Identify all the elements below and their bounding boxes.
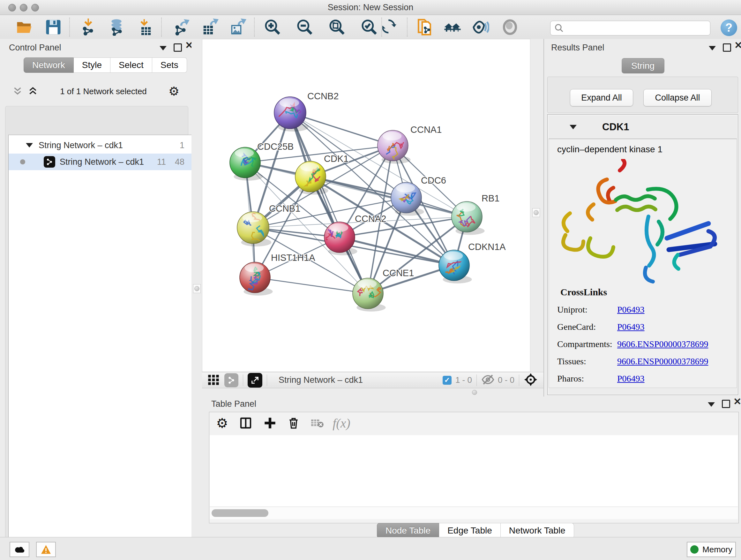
network-selected-status: 1 of 1 Network selected (43, 86, 164, 97)
control-panel-float-icon[interactable] (174, 44, 182, 52)
import-network-file-icon[interactable] (80, 18, 98, 36)
right-splitter-handle[interactable] (532, 208, 540, 217)
network-graph[interactable]: CCNB2CCNA1CDC25BCDK1CDC6RB1CCNB1CCNA2CDK… (202, 39, 531, 372)
tab-sets[interactable]: Sets (152, 57, 187, 73)
open-recent-documents-icon[interactable] (415, 18, 433, 36)
create-column-icon[interactable] (262, 415, 278, 431)
table-panel: Table Panel ✕ ⚙ f(x) shared nameCDK1name… (202, 396, 741, 537)
results-panel-float-icon[interactable] (723, 44, 731, 52)
expand-all-chevron-icon[interactable] (27, 86, 38, 96)
right-splitter[interactable] (530, 39, 543, 372)
node-HIST1H1A[interactable]: HIST1H1A (240, 253, 315, 296)
node-CCNE1[interactable]: CCNE1 (353, 268, 414, 312)
collection-expand-icon[interactable] (26, 143, 33, 147)
expand-all-button[interactable]: Expand All (570, 89, 633, 106)
node-CCNA1[interactable]: CCNA1 (378, 125, 442, 164)
export-network-icon[interactable] (173, 18, 191, 36)
left-splitter[interactable] (192, 39, 202, 537)
hidden-elements-icon[interactable] (481, 374, 495, 387)
node-label-CDC25B: CDC25B (257, 141, 293, 152)
toolbar-separator (519, 374, 519, 386)
tab-style[interactable]: Style (74, 57, 111, 73)
tab-edge-table[interactable]: Edge Table (439, 523, 501, 538)
gene-collapse-icon[interactable] (569, 125, 577, 129)
control-panel-collapse-icon[interactable] (159, 46, 166, 51)
toolbar-separator (381, 17, 382, 37)
network-thumbnail-icon[interactable] (224, 373, 239, 387)
zoom-in-icon[interactable] (264, 18, 281, 36)
crosslink-label: Pharos: (557, 374, 617, 384)
show-columns-icon[interactable] (238, 415, 254, 431)
network-canvas[interactable]: CCNB2CCNA1CDC25BCDK1CDC6RB1CCNB1CCNA2CDK… (202, 39, 530, 372)
save-session-icon[interactable] (44, 18, 62, 36)
crosslink-value-link[interactable]: 9606.ENSP00000378699 (617, 339, 708, 349)
node-label-CDKN1A: CDKN1A (468, 242, 506, 252)
refresh-icon[interactable] (382, 18, 400, 36)
toolbar-separator (243, 374, 243, 386)
crosslink-row: Compartments:9606.ENSP00000378699 (557, 339, 737, 349)
collapse-all-chevron-icon[interactable] (12, 86, 23, 96)
string-home-icon[interactable] (444, 18, 461, 36)
zoom-selected-icon[interactable] (360, 18, 378, 36)
results-panel-close-icon[interactable]: ✕ (734, 42, 741, 49)
selected-nodes-checkbox-icon[interactable]: ✓ (443, 376, 452, 385)
network-view-toolbar: String Network – cdk1 ✓ 1 - 0 0 - 0 (202, 372, 543, 388)
show-graphics-details-icon[interactable] (471, 18, 489, 36)
cloud-status-icon[interactable] (10, 542, 29, 557)
memory-label: Memory (702, 545, 732, 555)
results-controls-group: Expand All Collapse All (547, 77, 738, 113)
zoom-out-icon[interactable] (296, 18, 314, 36)
window-title: Session: New Session (0, 3, 741, 12)
tab-network-table[interactable]: Network Table (501, 523, 574, 538)
birds-eye-view-icon[interactable] (524, 373, 538, 388)
tab-network[interactable]: Network (23, 57, 74, 73)
left-splitter-handle[interactable] (193, 284, 201, 293)
memory-button[interactable]: Memory (687, 542, 736, 557)
delete-column-icon[interactable] (285, 415, 302, 431)
help-icon[interactable]: ? (721, 19, 737, 36)
gene-section-header[interactable]: CDK1 (549, 116, 737, 139)
toolbar-separator (476, 374, 477, 386)
import-network-database-icon[interactable] (108, 18, 125, 36)
table-panel-close-icon[interactable]: ✕ (733, 398, 741, 406)
crosslink-value-link[interactable]: P06493 (617, 322, 645, 332)
tab-node-table[interactable]: Node Table (377, 523, 439, 538)
collapse-all-button[interactable]: Collapse All (643, 89, 712, 106)
table-options-gear-icon[interactable]: ⚙ (214, 415, 230, 431)
table-horizontal-scrollbar[interactable] (210, 507, 738, 519)
node-CCNB1[interactable]: CCNB1 (237, 203, 300, 246)
scrollbar-thumb[interactable] (212, 509, 268, 517)
tab-select[interactable]: Select (111, 57, 152, 73)
table-panel-collapse-icon[interactable] (708, 402, 715, 407)
import-table-icon[interactable] (135, 18, 153, 36)
network-view-title: String Network – cdk1 (279, 375, 363, 385)
detach-view-icon[interactable] (248, 373, 262, 388)
crosslink-value-link[interactable]: P06493 (617, 374, 645, 384)
warning-status-icon[interactable] (36, 542, 56, 557)
results-panel-collapse-icon[interactable] (709, 46, 716, 51)
crosslink-value-link[interactable]: 9606.ENSP00000378699 (617, 356, 708, 367)
inactive-eye-icon (501, 18, 519, 36)
horizontal-splitter-handle[interactable] (472, 390, 477, 395)
node-CDK1[interactable]: CDK1 (295, 153, 348, 195)
export-image-icon[interactable] (229, 18, 247, 36)
network-collection-row[interactable]: String Network – cdk1 1 (9, 137, 192, 153)
network-options-gear-icon[interactable]: ⚙ (169, 84, 179, 98)
zoom-fit-content-icon[interactable] (328, 18, 346, 36)
grid-view-icon[interactable] (207, 373, 220, 387)
search-input[interactable] (550, 21, 711, 36)
open-session-icon[interactable] (15, 18, 33, 36)
toolbar-separator (254, 17, 255, 37)
export-table-icon[interactable] (201, 18, 219, 36)
results-content: CDK1 cyclin–dependent kinase 1 (547, 114, 738, 395)
table-panel-float-icon[interactable] (722, 400, 730, 408)
network-row[interactable]: String Network – cdk1 11 48 (9, 153, 192, 170)
crosslink-value-link[interactable]: P06493 (617, 305, 645, 315)
toolbar-separator (267, 374, 267, 386)
horizontal-splitter[interactable] (202, 388, 543, 396)
tab-string[interactable]: String (622, 58, 664, 73)
control-panel-tabs: NetworkStyleSelectSets (23, 57, 187, 73)
node-RB1[interactable]: RB1 (452, 193, 499, 235)
results-panel-title: Results Panel (551, 43, 604, 53)
node-CDKN1A[interactable]: CDKN1A (439, 242, 506, 284)
